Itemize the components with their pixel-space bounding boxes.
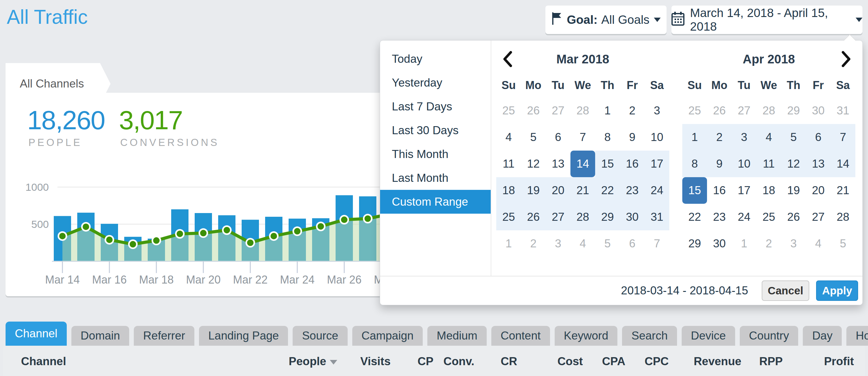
tab-search[interactable]: Search [622, 326, 677, 346]
calendar-day[interactable]: 20 [546, 177, 570, 204]
calendar-day[interactable]: 14 [570, 151, 595, 177]
tab-domain[interactable]: Domain [71, 326, 129, 346]
calendar-day[interactable]: 25 [496, 204, 521, 230]
tab-landing-page[interactable]: Landing Page [199, 326, 288, 346]
tab-hour[interactable]: Hour [846, 326, 868, 346]
calendar-day[interactable]: 5 [831, 230, 855, 257]
calendar-day[interactable]: 28 [570, 97, 595, 124]
calendar-day[interactable]: 2 [620, 97, 645, 124]
calendar-day[interactable]: 1 [496, 230, 521, 257]
calendar-day[interactable]: 20 [806, 177, 831, 204]
calendar-day[interactable]: 4 [496, 124, 521, 151]
calendar-day[interactable]: 27 [806, 204, 831, 230]
tab-device[interactable]: Device [682, 326, 735, 346]
calendar-day[interactable]: 5 [521, 124, 546, 151]
date-range-button[interactable]: March 14, 2018 - April 15, 2018 [672, 6, 862, 34]
calendar-day[interactable]: 11 [756, 151, 781, 177]
cancel-button[interactable]: Cancel [762, 281, 809, 301]
calendar-day[interactable]: 31 [831, 97, 855, 124]
calendar-day[interactable]: 29 [682, 230, 707, 257]
calendar-day[interactable]: 14 [831, 151, 855, 177]
column-header-cpc[interactable]: CPC [645, 355, 669, 368]
calendar-day[interactable]: 15 [595, 151, 620, 177]
calendar-day[interactable]: 9 [620, 124, 645, 151]
tab-medium[interactable]: Medium [427, 326, 487, 346]
calendar-day[interactable]: 1 [682, 124, 707, 151]
calendar-day[interactable]: 3 [732, 124, 756, 151]
calendar-day[interactable]: 15 [682, 177, 707, 204]
calendar-day[interactable]: 31 [645, 204, 669, 230]
preset-item-custom-range[interactable]: Custom Range [380, 190, 491, 214]
calendar-day[interactable]: 13 [806, 151, 831, 177]
column-header-revenue[interactable]: Revenue [694, 355, 741, 368]
calendar-day[interactable]: 19 [781, 177, 806, 204]
calendar-day[interactable]: 7 [831, 124, 855, 151]
calendar-day[interactable]: 4 [756, 124, 781, 151]
tab-content[interactable]: Content [491, 326, 550, 346]
calendar-day[interactable]: 11 [496, 151, 521, 177]
calendar-day[interactable]: 4 [570, 230, 595, 257]
column-header-people[interactable]: People [289, 355, 337, 368]
calendar-day[interactable]: 22 [595, 177, 620, 204]
column-header-cr[interactable]: CR [501, 355, 517, 368]
calendar-day[interactable]: 23 [707, 204, 732, 230]
calendar-day[interactable]: 17 [732, 177, 756, 204]
calendar-day[interactable]: 21 [570, 177, 595, 204]
calendar-day[interactable]: 27 [546, 204, 570, 230]
calendar-day[interactable]: 2 [521, 230, 546, 257]
column-header-visits[interactable]: Visits [360, 355, 391, 368]
calendar-day[interactable]: 13 [546, 151, 570, 177]
preset-item-this-month[interactable]: This Month [380, 142, 491, 166]
calendar-day[interactable]: 2 [756, 230, 781, 257]
calendar-day[interactable]: 27 [546, 97, 570, 124]
calendar-day[interactable]: 26 [781, 204, 806, 230]
calendar-day[interactable]: 25 [496, 97, 521, 124]
apply-button[interactable]: Apply [816, 281, 858, 301]
calendar-day[interactable]: 7 [645, 230, 669, 257]
tab-channel[interactable]: Channel [6, 322, 67, 346]
calendar-day[interactable]: 19 [521, 177, 546, 204]
calendar-day[interactable]: 26 [521, 97, 546, 124]
calendar-day[interactable]: 1 [732, 230, 756, 257]
column-header-cp[interactable]: CP [417, 355, 433, 368]
calendar-day[interactable]: 25 [756, 204, 781, 230]
calendar-day[interactable]: 6 [546, 124, 570, 151]
calendar-day[interactable]: 3 [645, 97, 669, 124]
calendar-day[interactable]: 24 [732, 204, 756, 230]
goal-dropdown-button[interactable]: Goal: All Goals [546, 6, 666, 34]
calendar-day[interactable]: 28 [756, 97, 781, 124]
calendar-day[interactable]: 27 [732, 97, 756, 124]
calendar-day[interactable]: 12 [781, 151, 806, 177]
calendar-day[interactable]: 30 [806, 97, 831, 124]
column-header-profit[interactable]: Profit [824, 355, 854, 368]
preset-item-last-7-days[interactable]: Last 7 Days [380, 95, 491, 118]
calendar-day[interactable]: 18 [756, 177, 781, 204]
tab-country[interactable]: Country [740, 326, 799, 346]
calendar-day[interactable]: 22 [682, 204, 707, 230]
calendar-day[interactable]: 21 [831, 177, 855, 204]
calendar-day[interactable]: 4 [806, 230, 831, 257]
calendar-day[interactable]: 2 [707, 124, 732, 151]
calendar-day[interactable]: 9 [707, 151, 732, 177]
calendar-day[interactable]: 16 [707, 177, 732, 204]
calendar-day[interactable]: 7 [570, 124, 595, 151]
tab-day[interactable]: Day [803, 326, 842, 346]
calendar-day[interactable]: 26 [707, 97, 732, 124]
calendar-day[interactable]: 25 [682, 97, 707, 124]
calendar-day[interactable]: 5 [781, 124, 806, 151]
column-header-cpa[interactable]: CPA [602, 355, 625, 368]
calendar-day[interactable]: 10 [645, 124, 669, 151]
tab-campaign[interactable]: Campaign [352, 326, 423, 346]
preset-item-today[interactable]: Today [380, 47, 491, 71]
column-header-rpp[interactable]: RPP [759, 355, 783, 368]
calendar-day[interactable]: 6 [806, 124, 831, 151]
calendar-day[interactable]: 30 [707, 230, 732, 257]
tab-source[interactable]: Source [292, 326, 347, 346]
calendar-day[interactable]: 16 [620, 151, 645, 177]
column-header-conv[interactable]: Conv. [443, 355, 474, 368]
tab-referrer[interactable]: Referrer [134, 326, 194, 346]
calendar-day[interactable]: 26 [521, 204, 546, 230]
calendar-day[interactable]: 8 [682, 151, 707, 177]
calendar-day[interactable]: 28 [831, 204, 855, 230]
calendar-day[interactable]: 29 [595, 204, 620, 230]
